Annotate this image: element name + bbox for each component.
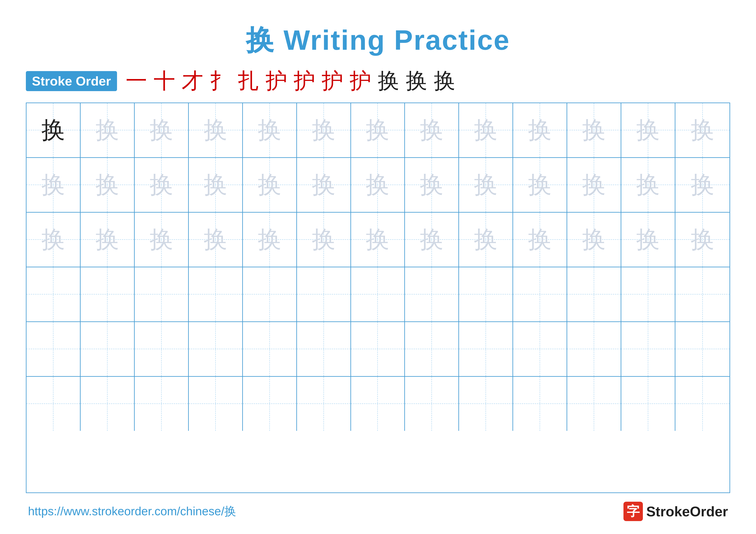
grid-cell-5-8[interactable] [459, 377, 513, 431]
stroke-char-3: 扌 [210, 70, 231, 92]
logo-icon: 字 [623, 502, 643, 521]
grid-cell-1-1[interactable]: 换 [81, 158, 135, 212]
grid-cell-1-10[interactable]: 换 [567, 158, 621, 212]
grid-cell-0-11[interactable]: 换 [621, 103, 675, 157]
grid-cell-1-8[interactable]: 换 [459, 158, 513, 212]
grid-cell-2-6[interactable]: 换 [351, 213, 405, 267]
grid-cell-5-11[interactable] [621, 377, 675, 431]
char-light: 换 [95, 173, 119, 197]
stroke-char-2: 才 [182, 70, 203, 92]
grid-cell-0-4[interactable]: 换 [243, 103, 297, 157]
stroke-char-1: 十 [154, 70, 175, 92]
grid-cell-5-6[interactable] [351, 377, 405, 431]
char-light: 换 [149, 228, 173, 251]
grid-cell-5-12[interactable] [675, 377, 729, 431]
grid-cell-4-6[interactable] [351, 322, 405, 376]
grid-cell-3-0[interactable] [27, 267, 81, 321]
grid-cell-4-8[interactable] [459, 322, 513, 376]
grid-cell-0-3[interactable]: 换 [189, 103, 243, 157]
grid-cell-3-8[interactable] [459, 267, 513, 321]
grid-cell-4-4[interactable] [243, 322, 297, 376]
grid-cell-0-0[interactable]: 换 [27, 103, 81, 157]
grid-cell-4-2[interactable] [135, 322, 189, 376]
grid-cell-2-2[interactable]: 换 [135, 213, 189, 267]
grid-cell-4-9[interactable] [513, 322, 567, 376]
grid-cell-4-3[interactable] [189, 322, 243, 376]
grid-cell-0-8[interactable]: 换 [459, 103, 513, 157]
grid-cell-2-10[interactable]: 换 [567, 213, 621, 267]
grid-cell-2-7[interactable]: 换 [405, 213, 459, 267]
stroke-order-row: Stroke Order 一十才扌扎护护护护换换换 [26, 70, 730, 92]
grid-cell-0-9[interactable]: 换 [513, 103, 567, 157]
grid-cell-4-1[interactable] [81, 322, 135, 376]
grid-cell-3-5[interactable] [297, 267, 351, 321]
grid-cell-1-0[interactable]: 换 [27, 158, 81, 212]
grid-cell-1-9[interactable]: 换 [513, 158, 567, 212]
grid-cell-3-2[interactable] [135, 267, 189, 321]
grid-cell-2-4[interactable]: 换 [243, 213, 297, 267]
grid-cell-3-6[interactable] [351, 267, 405, 321]
grid-cell-0-12[interactable]: 换 [675, 103, 729, 157]
char-light: 换 [691, 173, 715, 197]
grid-cell-2-0[interactable]: 换 [27, 213, 81, 267]
grid-cell-2-3[interactable]: 换 [189, 213, 243, 267]
grid-cell-3-3[interactable] [189, 267, 243, 321]
grid-cell-4-7[interactable] [405, 322, 459, 376]
grid-cell-5-5[interactable] [297, 377, 351, 431]
footer-url[interactable]: https://www.strokeorder.com/chinese/换 [28, 503, 236, 519]
grid-cell-2-12[interactable]: 换 [675, 213, 729, 267]
char-light: 换 [41, 228, 65, 251]
char-light: 换 [204, 228, 228, 251]
grid-row-4 [27, 322, 729, 377]
char-light: 换 [204, 173, 228, 197]
grid-cell-4-11[interactable] [621, 322, 675, 376]
grid-cell-0-6[interactable]: 换 [351, 103, 405, 157]
grid-cell-3-1[interactable] [81, 267, 135, 321]
grid-cell-5-3[interactable] [189, 377, 243, 431]
grid-cell-5-4[interactable] [243, 377, 297, 431]
grid-cell-5-9[interactable] [513, 377, 567, 431]
char-light: 换 [41, 173, 65, 197]
grid-cell-1-7[interactable]: 换 [405, 158, 459, 212]
grid-cell-4-10[interactable] [567, 322, 621, 376]
grid-cell-1-2[interactable]: 换 [135, 158, 189, 212]
grid-cell-0-2[interactable]: 换 [135, 103, 189, 157]
char-light: 换 [312, 228, 336, 251]
grid-cell-2-5[interactable]: 换 [297, 213, 351, 267]
grid-cell-5-2[interactable] [135, 377, 189, 431]
grid-cell-2-9[interactable]: 换 [513, 213, 567, 267]
grid-cell-0-7[interactable]: 换 [405, 103, 459, 157]
grid-row-1: 换换换换换换换换换换换换换 [27, 158, 729, 213]
char-light: 换 [528, 173, 552, 197]
grid-cell-0-1[interactable]: 换 [81, 103, 135, 157]
char-light: 换 [474, 228, 498, 251]
grid-cell-1-4[interactable]: 换 [243, 158, 297, 212]
grid-cell-1-6[interactable]: 换 [351, 158, 405, 212]
char-light: 换 [420, 228, 444, 251]
grid-cell-3-4[interactable] [243, 267, 297, 321]
grid-cell-5-10[interactable] [567, 377, 621, 431]
grid-cell-3-7[interactable] [405, 267, 459, 321]
grid-cell-2-8[interactable]: 换 [459, 213, 513, 267]
grid-cell-4-12[interactable] [675, 322, 729, 376]
char-light: 换 [691, 118, 715, 142]
grid-cell-1-12[interactable]: 换 [675, 158, 729, 212]
grid-cell-1-5[interactable]: 换 [297, 158, 351, 212]
char-light: 换 [636, 118, 660, 142]
grid-cell-5-0[interactable] [27, 377, 81, 431]
grid-cell-1-3[interactable]: 换 [189, 158, 243, 212]
grid-cell-3-12[interactable] [675, 267, 729, 321]
grid-cell-5-1[interactable] [81, 377, 135, 431]
grid-cell-4-0[interactable] [27, 322, 81, 376]
grid-cell-1-11[interactable]: 换 [621, 158, 675, 212]
grid-cell-4-5[interactable] [297, 322, 351, 376]
grid-cell-2-1[interactable]: 换 [81, 213, 135, 267]
grid-cell-3-11[interactable] [621, 267, 675, 321]
grid-cell-3-9[interactable] [513, 267, 567, 321]
grid-cell-2-11[interactable]: 换 [621, 213, 675, 267]
grid-cell-5-7[interactable] [405, 377, 459, 431]
grid-cell-3-10[interactable] [567, 267, 621, 321]
grid-cell-0-5[interactable]: 换 [297, 103, 351, 157]
grid-cell-0-10[interactable]: 换 [567, 103, 621, 157]
char-light: 换 [312, 173, 336, 197]
